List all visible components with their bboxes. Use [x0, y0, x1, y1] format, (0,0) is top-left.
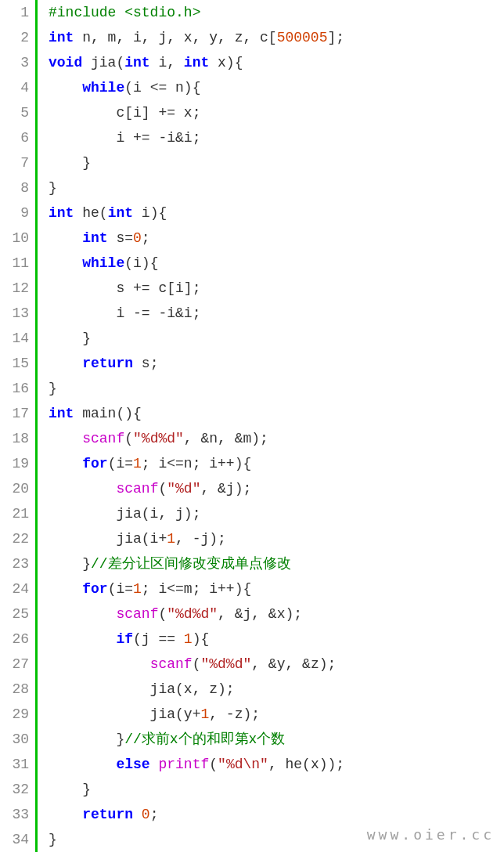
code-token: }	[49, 731, 124, 747]
code-token	[49, 481, 116, 497]
line-number: 9	[0, 200, 29, 226]
code-line: }	[49, 150, 504, 175]
code-token: 0	[133, 230, 142, 246]
code-token: main(){	[74, 406, 141, 421]
code-line: void jia(int i, int x){	[49, 50, 504, 75]
code-token: int	[82, 230, 107, 246]
code-token: i,	[150, 55, 184, 70]
code-token: ; i<=n; i++){	[142, 456, 251, 471]
code-token: while	[82, 255, 124, 271]
code-token: int	[124, 55, 149, 70]
code-line: return s;	[49, 351, 504, 376]
code-token: "%d\n"	[218, 757, 268, 772]
code-token: }	[49, 155, 91, 171]
code-token: (	[209, 757, 218, 772]
code-token	[49, 456, 82, 471]
line-number: 29	[0, 702, 29, 727]
line-number: 12	[0, 276, 29, 301]
code-token	[133, 807, 142, 822]
code-token: , &j);	[200, 481, 251, 497]
code-line: int main(){	[49, 401, 504, 426]
code-token: s;	[133, 356, 158, 371]
code-token: ];	[327, 30, 344, 45]
line-number: 27	[0, 652, 29, 677]
code-token: (	[158, 481, 167, 497]
line-number: 13	[0, 301, 29, 326]
code-token: jia(i, j);	[49, 506, 200, 522]
code-token: for	[82, 456, 107, 471]
code-token	[49, 581, 82, 597]
code-token: 1	[167, 531, 175, 547]
code-token: int	[49, 205, 74, 221]
code-token: 1	[133, 456, 142, 471]
code-token: ;	[150, 807, 159, 822]
code-token: }	[49, 782, 91, 797]
code-token	[49, 356, 82, 371]
code-token: (	[193, 656, 201, 672]
line-number: 16	[0, 376, 29, 401]
code-token: jia(y+	[49, 706, 200, 722]
code-token	[49, 757, 116, 772]
code-token: scanf	[116, 481, 158, 497]
code-token: "%d%d"	[200, 656, 251, 672]
code-token: printf	[158, 757, 209, 772]
code-line: int s=0;	[49, 226, 504, 251]
code-token: n, m, i, j, x, y, z, c[	[74, 30, 276, 45]
line-number: 34	[0, 827, 29, 852]
code-line: for(i=1; i<=m; i++){	[49, 576, 504, 601]
code-line: s += c[i];	[49, 276, 504, 301]
code-token: //差分让区间修改变成单点修改	[91, 556, 291, 572]
line-number: 7	[0, 150, 29, 175]
code-token: void	[49, 55, 82, 70]
code-token: scanf	[150, 656, 193, 672]
code-line: else printf("%d\n", he(x));	[49, 752, 504, 777]
line-number: 11	[0, 251, 29, 276]
code-token: while	[82, 80, 124, 96]
code-token: }	[49, 832, 57, 847]
code-line: }//差分让区间修改变成单点修改	[49, 551, 504, 576]
code-line: #include <stdio.h>	[49, 0, 504, 25]
watermark: www.oier.cc	[367, 822, 495, 847]
code-line: }	[49, 376, 504, 401]
code-token: ; i<=m; i++){	[142, 581, 251, 597]
line-number: 6	[0, 125, 29, 150]
line-number: 2	[0, 25, 29, 50]
line-number: 17	[0, 401, 29, 426]
code-content: #include <stdio.h>int n, m, i, j, x, y, …	[38, 0, 504, 852]
line-number: 26	[0, 627, 29, 652]
code-line: jia(x, z);	[49, 677, 504, 702]
line-number: 14	[0, 326, 29, 351]
code-token: , he(x));	[268, 757, 344, 772]
line-number: 23	[0, 551, 29, 576]
code-token	[49, 80, 82, 96]
code-token: (i=	[108, 581, 133, 597]
code-token: scanf	[82, 431, 124, 446]
code-token: ){	[193, 631, 210, 647]
code-token: , &j, &x);	[218, 606, 302, 622]
code-line: int n, m, i, j, x, y, z, c[500005];	[49, 25, 504, 50]
code-token: (	[124, 431, 133, 446]
code-line: scanf("%d", &j);	[49, 476, 504, 501]
code-token: 1	[184, 631, 193, 647]
code-token	[49, 255, 82, 271]
line-number: 19	[0, 451, 29, 476]
code-token: , -z);	[209, 706, 260, 722]
code-token: 1	[133, 581, 142, 597]
line-number-gutter: 1234567891011121314151617181920212223242…	[0, 0, 35, 852]
code-token: }	[49, 330, 91, 346]
code-token: int	[49, 30, 74, 45]
code-line: jia(i, j);	[49, 501, 504, 526]
code-token: 0	[142, 807, 150, 822]
code-token	[49, 230, 82, 246]
code-token: ;	[142, 230, 150, 246]
code-token	[49, 431, 82, 446]
code-token	[49, 631, 116, 647]
line-number: 5	[0, 100, 29, 125]
code-line: }//求前x个的和即第x个数	[49, 727, 504, 752]
code-token: for	[82, 581, 107, 597]
code-token: (i <= n){	[124, 80, 200, 96]
code-token: jia(x, z);	[49, 681, 235, 697]
code-token: }	[49, 556, 91, 572]
code-line: i -= -i&i;	[49, 301, 504, 326]
code-token	[150, 757, 159, 772]
